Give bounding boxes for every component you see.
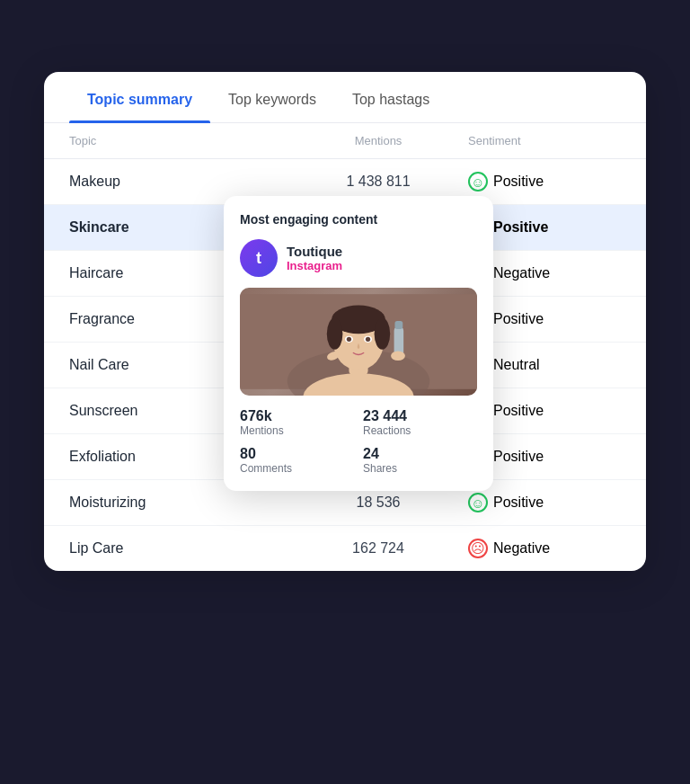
main-card: Topic summary Top keywords Top hastags T… (44, 72, 646, 571)
sentiment-value: ☹ Negative (459, 539, 621, 558)
mentions-value: 1 438 811 (297, 174, 459, 190)
stat-reactions-value: 23 444 (363, 408, 477, 424)
topic-name: Makeup (69, 174, 297, 190)
stat-reactions: 23 444 Reactions (363, 408, 477, 437)
profile-platform: Instagram (287, 259, 342, 272)
stat-shares-label: Shares (363, 462, 477, 475)
table-row-skincare[interactable]: Skincare ☺ Positive Most engaging conten… (44, 205, 646, 251)
svg-rect-14 (394, 321, 402, 329)
popup-image (240, 288, 477, 396)
sentiment-value: ☺ Positive (459, 493, 621, 512)
stat-comments: 80 Comments (240, 446, 354, 475)
engaging-content-popup: Most engaging content t Toutique Instagr… (224, 196, 493, 491)
topic-name: Moisturizing (69, 494, 297, 511)
popup-profile: t Toutique Instagram (240, 239, 477, 277)
header-mentions: Mentions (297, 134, 459, 147)
table-row[interactable]: Lip Care 162 724 ☹ Negative (44, 526, 646, 571)
tab-topic-summary[interactable]: Topic summary (69, 72, 210, 122)
stat-shares: 24 Shares (363, 446, 477, 475)
tabs-bar: Topic summary Top keywords Top hastags (44, 72, 646, 123)
stat-mentions-label: Mentions (240, 424, 354, 437)
svg-point-10 (347, 337, 351, 342)
mentions-value: 162 724 (297, 540, 459, 557)
stat-reactions-label: Reactions (363, 424, 477, 437)
profile-name: Toutique (287, 244, 342, 259)
stat-mentions-value: 676k (240, 408, 354, 424)
positive-icon: ☺ (468, 493, 488, 512)
table-header: Topic Mentions Sentiment (44, 123, 646, 159)
negative-icon: ☹ (468, 539, 488, 558)
stat-comments-value: 80 (240, 446, 354, 462)
header-topic: Topic (69, 134, 297, 147)
data-table: Topic Mentions Sentiment Makeup 1 438 81… (44, 123, 646, 571)
stat-shares-value: 24 (363, 446, 477, 462)
sentiment-value: ☺ Positive (459, 172, 621, 192)
positive-icon: ☺ (468, 172, 488, 192)
svg-point-6 (327, 318, 343, 350)
tab-top-hashtags[interactable]: Top hastags (334, 72, 447, 122)
tab-top-keywords[interactable]: Top keywords (210, 72, 334, 122)
mentions-value: 18 536 (297, 494, 459, 511)
avatar: t (240, 239, 278, 277)
stat-comments-label: Comments (240, 462, 354, 475)
stat-mentions: 676k Mentions (240, 408, 354, 437)
header-sentiment: Sentiment (459, 134, 621, 147)
popup-title: Most engaging content (240, 212, 477, 227)
topic-name: Lip Care (69, 540, 297, 557)
svg-point-7 (375, 318, 391, 350)
popup-stats: 676k Mentions 23 444 Reactions 80 Commen… (240, 408, 477, 475)
svg-point-11 (366, 337, 370, 342)
svg-point-15 (391, 352, 405, 361)
